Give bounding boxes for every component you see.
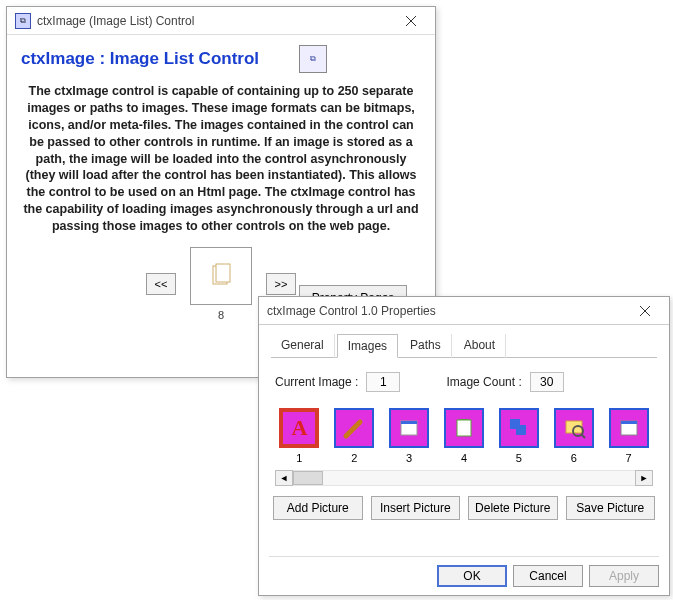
dialog-button-row: OK Cancel Apply <box>269 556 659 587</box>
ctximage-properties-dialog: ctxImage Control 1.0 Properties General … <box>258 296 670 596</box>
image-count-label: Image Count : <box>446 375 521 389</box>
close-button[interactable] <box>391 9 431 33</box>
tab-about[interactable]: About <box>454 334 506 358</box>
save-picture-button[interactable]: Save Picture <box>566 496 656 520</box>
thumb-4[interactable]: 4 <box>442 408 487 464</box>
add-picture-button[interactable]: Add Picture <box>273 496 363 520</box>
thumb-label: 5 <box>496 452 541 464</box>
thumb-label: 3 <box>387 452 432 464</box>
current-image-label: Current Image : <box>275 375 358 389</box>
thumb-icon <box>499 408 539 448</box>
thumb-icon <box>334 408 374 448</box>
app-icon: ⧉ <box>15 13 31 29</box>
svg-rect-10 <box>516 425 526 435</box>
thumb-3[interactable]: 3 <box>387 408 432 464</box>
dialog-body: General Images Paths About Current Image… <box>259 325 669 520</box>
thumb-label: 4 <box>442 452 487 464</box>
scroll-right-button[interactable]: ► <box>635 470 653 486</box>
tab-strip: General Images Paths About <box>271 333 657 358</box>
header-row: ctxImage : Image List Control ⧉ <box>21 45 421 73</box>
preview-index-label: 8 <box>190 309 252 321</box>
thumb-2[interactable]: 2 <box>332 408 377 464</box>
scroll-handle[interactable] <box>293 471 323 485</box>
thumb-icon <box>389 408 429 448</box>
current-image-value[interactable]: 1 <box>366 372 400 392</box>
delete-picture-button[interactable]: Delete Picture <box>468 496 558 520</box>
scroll-track[interactable] <box>293 470 635 486</box>
picture-action-row: Add Picture Insert Picture Delete Pictur… <box>273 496 655 520</box>
page-title: ctxImage : Image List Control <box>21 49 259 69</box>
field-row: Current Image : 1 Image Count : 30 <box>275 372 653 392</box>
insert-picture-button[interactable]: Insert Picture <box>371 496 461 520</box>
thumb-icon: A <box>279 408 319 448</box>
close-icon <box>640 306 650 316</box>
thumb-label: 2 <box>332 452 377 464</box>
preview-cell: 8 <box>190 247 252 321</box>
thumb-7[interactable]: 7 <box>606 408 651 464</box>
tab-images[interactable]: Images <box>337 334 398 358</box>
ctximage-logo-icon: ⧉ <box>299 45 327 73</box>
tab-general[interactable]: General <box>271 334 335 358</box>
apply-button: Apply <box>589 565 659 587</box>
thumb-6[interactable]: 6 <box>551 408 596 464</box>
page-icon <box>207 262 235 290</box>
window-title: ctxImage (Image List) Control <box>37 14 391 28</box>
next-button[interactable]: >> <box>266 273 296 295</box>
tab-paths[interactable]: Paths <box>400 334 452 358</box>
thumb-5[interactable]: 5 <box>496 408 541 464</box>
ok-button[interactable]: OK <box>437 565 507 587</box>
svg-rect-7 <box>401 421 417 424</box>
thumb-label: 1 <box>277 452 322 464</box>
prev-button[interactable]: << <box>146 273 176 295</box>
thumb-icon <box>609 408 649 448</box>
image-preview <box>190 247 252 305</box>
close-button[interactable] <box>625 299 665 323</box>
thumb-icon <box>444 408 484 448</box>
thumb-label: 6 <box>551 452 596 464</box>
thumb-label: 7 <box>606 452 651 464</box>
svg-rect-8 <box>457 420 471 436</box>
svg-line-13 <box>581 434 585 438</box>
close-icon <box>406 16 416 26</box>
image-count-value: 30 <box>530 372 564 392</box>
window-title: ctxImage Control 1.0 Properties <box>267 304 625 318</box>
thumb-icon <box>554 408 594 448</box>
thumbnail-scrollbar: ◄ ► <box>275 470 653 486</box>
titlebar[interactable]: ⧉ ctxImage (Image List) Control <box>7 7 435 35</box>
svg-rect-15 <box>621 421 637 424</box>
svg-rect-3 <box>216 264 230 282</box>
cancel-button[interactable]: Cancel <box>513 565 583 587</box>
thumbnail-strip: A 1 2 3 4 5 6 <box>275 402 653 466</box>
titlebar[interactable]: ctxImage Control 1.0 Properties <box>259 297 669 325</box>
thumb-1[interactable]: A 1 <box>277 408 322 464</box>
scroll-left-button[interactable]: ◄ <box>275 470 293 486</box>
description-text: The ctxImage control is capable of conta… <box>23 83 419 235</box>
